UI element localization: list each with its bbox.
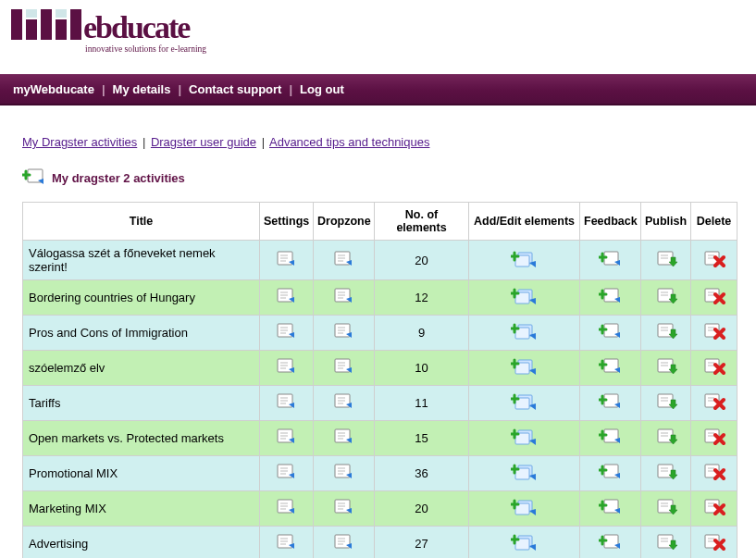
table-row: Pros and Cons of Immigration9	[23, 316, 737, 351]
add-edit-elements-icon[interactable]	[511, 356, 539, 379]
nav-mywebducate[interactable]: myWebducate	[13, 82, 94, 96]
col-publish: Publish	[641, 203, 691, 241]
feedback-icon[interactable]	[599, 287, 623, 308]
publish-icon[interactable]	[655, 463, 677, 484]
col-settings: Settings	[260, 203, 314, 241]
table-row: Válogassa szét a főneveket nemek szerint…	[23, 241, 737, 280]
col-addedit: Add/Edit elements	[469, 203, 580, 241]
dropzone-icon[interactable]	[333, 428, 355, 449]
settings-icon[interactable]	[276, 250, 298, 271]
brand-tagline: innovative solutions for e-learning	[85, 44, 206, 54]
dropzone-icon[interactable]	[333, 463, 355, 484]
delete-icon[interactable]	[703, 250, 725, 271]
nav-contact-support[interactable]: Contact support	[189, 82, 281, 96]
publish-icon[interactable]	[655, 357, 677, 378]
nav-separator: |	[178, 82, 181, 96]
table-row: Promotional MIX36	[23, 456, 737, 491]
svg-rect-6	[56, 9, 67, 18]
row-title: szóelemző elv	[23, 351, 260, 386]
row-element-count: 20	[375, 241, 469, 280]
publish-icon[interactable]	[655, 322, 677, 343]
brand-logo: ebducate innovative solutions for e-lear…	[9, 7, 261, 59]
svg-rect-5	[26, 9, 37, 18]
row-title: Bordering countries of Hungary	[23, 280, 260, 316]
add-edit-elements-icon[interactable]	[511, 286, 539, 309]
settings-icon[interactable]	[276, 428, 298, 449]
add-edit-elements-icon[interactable]	[511, 249, 539, 272]
table-row: Tariffs11	[23, 386, 737, 421]
publish-icon[interactable]	[655, 287, 677, 308]
nav-my-details[interactable]: My details	[113, 82, 171, 96]
table-row: szóelemző elv10	[23, 351, 737, 386]
feedback-icon[interactable]	[599, 392, 623, 414]
publish-icon[interactable]	[655, 428, 677, 449]
settings-icon[interactable]	[276, 392, 298, 414]
delete-icon[interactable]	[703, 357, 725, 378]
publish-icon[interactable]	[655, 498, 677, 519]
navbar: myWebducate | My details | Contact suppo…	[0, 74, 756, 105]
add-edit-elements-icon[interactable]	[511, 427, 539, 450]
table-row: Open markets vs. Protected markets15	[23, 421, 737, 456]
settings-icon[interactable]	[276, 463, 298, 484]
link-advanced-tips[interactable]: Advanced tips and techniques	[269, 135, 429, 149]
section-header: My dragster 2 activities	[22, 167, 734, 189]
row-title: Promotional MIX	[23, 456, 260, 491]
feedback-icon[interactable]	[599, 428, 623, 449]
delete-icon[interactable]	[703, 533, 725, 554]
table-row: Advertising27	[23, 527, 737, 559]
svg-rect-3	[56, 19, 67, 40]
dropzone-icon[interactable]	[333, 287, 355, 308]
breadcrumb-links: My Dragster activities | Dragster user g…	[22, 135, 734, 149]
delete-icon[interactable]	[703, 498, 725, 519]
feedback-icon[interactable]	[599, 463, 623, 484]
row-title: Pros and Cons of Immigration	[23, 316, 260, 351]
dropzone-icon[interactable]	[333, 392, 355, 414]
dropzone-icon[interactable]	[333, 357, 355, 378]
link-user-guide[interactable]: Dragster user guide	[151, 135, 256, 149]
delete-icon[interactable]	[703, 392, 725, 414]
add-edit-elements-icon[interactable]	[511, 321, 539, 344]
feedback-icon[interactable]	[599, 357, 623, 378]
publish-icon[interactable]	[655, 250, 677, 271]
feedback-icon[interactable]	[599, 498, 623, 519]
add-edit-elements-icon[interactable]	[511, 391, 539, 415]
settings-icon[interactable]	[276, 357, 298, 378]
row-element-count: 27	[375, 527, 469, 559]
settings-icon[interactable]	[276, 322, 298, 343]
svg-rect-2	[41, 9, 52, 40]
settings-icon[interactable]	[276, 498, 298, 519]
delete-icon[interactable]	[703, 463, 725, 484]
settings-icon[interactable]	[276, 287, 298, 308]
row-title: Tariffs	[23, 386, 260, 421]
add-edit-elements-icon[interactable]	[511, 532, 539, 555]
row-title: Open markets vs. Protected markets	[23, 421, 260, 456]
nav-log-out[interactable]: Log out	[300, 82, 344, 96]
link-my-dragster-activities[interactable]: My Dragster activities	[22, 135, 137, 149]
publish-icon[interactable]	[655, 392, 677, 414]
svg-rect-0	[11, 9, 22, 40]
feedback-icon[interactable]	[599, 322, 623, 343]
dropzone-icon[interactable]	[333, 322, 355, 343]
dropzone-icon[interactable]	[333, 533, 355, 554]
delete-icon[interactable]	[703, 428, 725, 449]
col-dropzone: Dropzone	[314, 203, 375, 241]
table-header-row: Title Settings Dropzone No. of elements …	[23, 203, 737, 241]
row-element-count: 20	[375, 491, 469, 527]
svg-rect-1	[26, 19, 37, 40]
delete-icon[interactable]	[703, 322, 725, 343]
add-edit-elements-icon[interactable]	[511, 462, 539, 485]
feedback-icon[interactable]	[599, 533, 623, 554]
col-title: Title	[23, 203, 260, 241]
feedback-icon[interactable]	[599, 250, 623, 271]
add-edit-elements-icon[interactable]	[511, 497, 539, 520]
col-feedback: Feedback	[580, 203, 641, 241]
dropzone-icon[interactable]	[333, 250, 355, 271]
row-title: Válogassa szét a főneveket nemek szerint…	[23, 241, 260, 280]
row-title: Marketing MIX	[23, 491, 260, 527]
table-row: Marketing MIX20	[23, 491, 737, 527]
dropzone-icon[interactable]	[333, 498, 355, 519]
delete-icon[interactable]	[703, 287, 725, 308]
row-element-count: 36	[375, 456, 469, 491]
publish-icon[interactable]	[655, 533, 677, 554]
settings-icon[interactable]	[276, 533, 298, 554]
